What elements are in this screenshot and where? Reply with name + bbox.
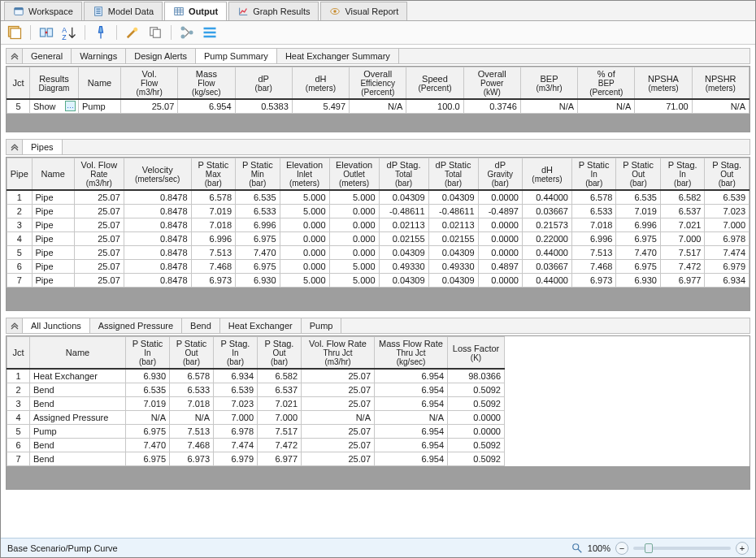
window-tabs: WorkspaceModel DataOutputGraph ResultsVi…: [1, 1, 755, 21]
table-row[interactable]: 3Bend7.0197.0187.0237.02125.076.9540.509…: [7, 396, 505, 410]
summary-tabstrip: GeneralWarningsDesign AlertsPump Summary…: [6, 48, 750, 64]
zoom-slider[interactable]: [633, 547, 731, 550]
svg-point-19: [133, 28, 137, 32]
zoom-in-button[interactable]: +: [736, 542, 749, 555]
svg-rect-5: [96, 13, 100, 14]
tab-output[interactable]: Output: [164, 2, 227, 20]
table-row[interactable]: 4Pipe25.070.84786.9966.9750.0000.0000.02…: [7, 231, 749, 245]
tab-graph-results[interactable]: Graph Results: [228, 2, 319, 20]
table-row[interactable]: 4Assigned PressureN/AN/A7.0007.000N/AN/A…: [7, 410, 505, 424]
subtab-heat-exchanger-summary[interactable]: Heat Exchanger Summary: [277, 49, 399, 63]
pump-summary-table: JctResultsDiagramNameVol.Flow(m3/hr)Mass…: [7, 67, 749, 114]
subtab-pump-summary[interactable]: Pump Summary: [196, 49, 277, 63]
wand-button[interactable]: [124, 24, 141, 41]
svg-point-22: [181, 27, 185, 31]
subtab-pump[interactable]: Pump: [302, 318, 342, 333]
svg-point-23: [189, 31, 193, 35]
scenario-label: Base Scenario/Pump Curve: [7, 543, 118, 553]
svg-point-24: [181, 35, 185, 39]
table-row[interactable]: 5Show…Pump25.076.9540.53835.497N/A100.00…: [7, 99, 749, 113]
table-row[interactable]: 7Bend6.9756.9736.9796.97725.076.9540.509…: [7, 452, 505, 465]
transfer-button[interactable]: [37, 24, 55, 41]
subtab-design-alerts[interactable]: Design Alerts: [126, 49, 196, 63]
table-row[interactable]: 6Pipe25.070.84787.4686.9750.0005.0000.49…: [7, 259, 749, 273]
subtab-warnings[interactable]: Warnings: [72, 49, 126, 63]
svg-rect-25: [204, 28, 216, 30]
tab-workspace[interactable]: Workspace: [4, 2, 82, 20]
options-button[interactable]: [6, 24, 24, 41]
table-row[interactable]: 2Pipe25.070.84787.0196.5335.0000.000-0.4…: [7, 204, 749, 218]
subtab-heat-exchanger[interactable]: Heat Exchanger: [220, 318, 302, 333]
collapse-icon[interactable]: [7, 49, 23, 63]
table-row[interactable]: 5Pump6.9757.5136.9787.51725.076.9540.000…: [7, 424, 505, 438]
junctions-table: JctNameP StaticIn(bar)P StaticOut(bar)P …: [7, 336, 505, 466]
pin-button[interactable]: [92, 24, 110, 41]
svg-rect-27: [204, 36, 216, 38]
table-row[interactable]: 3Pipe25.070.84787.0186.9960.0000.0000.02…: [7, 218, 749, 231]
rows-button[interactable]: [201, 24, 219, 41]
subtab-general[interactable]: General: [23, 49, 72, 63]
pipes-table: PipeNameVol. FlowRate(m3/hr)Velocity(met…: [7, 158, 749, 288]
subtab-all-junctions[interactable]: All Junctions: [23, 318, 90, 333]
svg-rect-26: [204, 32, 216, 34]
subtab-assigned-pressure[interactable]: Assigned Pressure: [90, 318, 182, 333]
status-bar: Base Scenario/Pump Curve 100% − +: [1, 538, 755, 557]
collapse-icon[interactable]: [7, 140, 23, 154]
svg-rect-6: [175, 8, 184, 15]
tab-visual-report[interactable]: Visual Report: [320, 2, 407, 20]
svg-rect-1: [15, 8, 24, 11]
table-row[interactable]: 1Heat Exchanger6.9306.5786.9346.58225.07…: [7, 369, 505, 383]
table-row[interactable]: 5Pipe25.070.84787.5137.4700.0000.0000.04…: [7, 245, 749, 259]
svg-point-12: [334, 10, 337, 13]
collapse-icon[interactable]: [7, 318, 23, 333]
table-row[interactable]: 1Pipe25.070.84786.5786.5355.0005.0000.04…: [7, 190, 749, 204]
zoom-out-button[interactable]: −: [615, 542, 628, 555]
svg-point-28: [573, 543, 579, 549]
sort-button[interactable]: AZ: [60, 24, 78, 41]
tab-model-data[interactable]: Model Data: [84, 2, 163, 20]
zoom-label: 100%: [588, 543, 610, 553]
svg-rect-4: [96, 11, 100, 11]
svg-rect-21: [154, 29, 161, 37]
toolbar: AZ: [1, 21, 755, 45]
table-row[interactable]: 2Bend6.5356.5336.5396.53725.076.9540.509…: [7, 383, 505, 396]
table-row[interactable]: 7Pipe25.070.84786.9736.9305.0005.0000.04…: [7, 273, 749, 287]
copy-button[interactable]: [146, 24, 164, 41]
svg-rect-14: [11, 28, 21, 39]
hierarchy-button[interactable]: [178, 24, 196, 41]
pipes-tabstrip: Pipes: [6, 139, 750, 155]
junctions-tabstrip: All JunctionsAssigned PressureBendHeat E…: [6, 318, 750, 334]
subtab-pipes[interactable]: Pipes: [23, 140, 63, 154]
svg-rect-16: [47, 28, 52, 37]
magnifier-icon: [571, 543, 583, 554]
table-row[interactable]: 6Bend7.4707.4687.4747.47225.076.9540.509…: [7, 438, 505, 452]
svg-text:Z: Z: [62, 33, 67, 41]
subtab-bend[interactable]: Bend: [182, 318, 220, 333]
svg-rect-3: [96, 9, 100, 10]
svg-rect-15: [41, 28, 46, 37]
